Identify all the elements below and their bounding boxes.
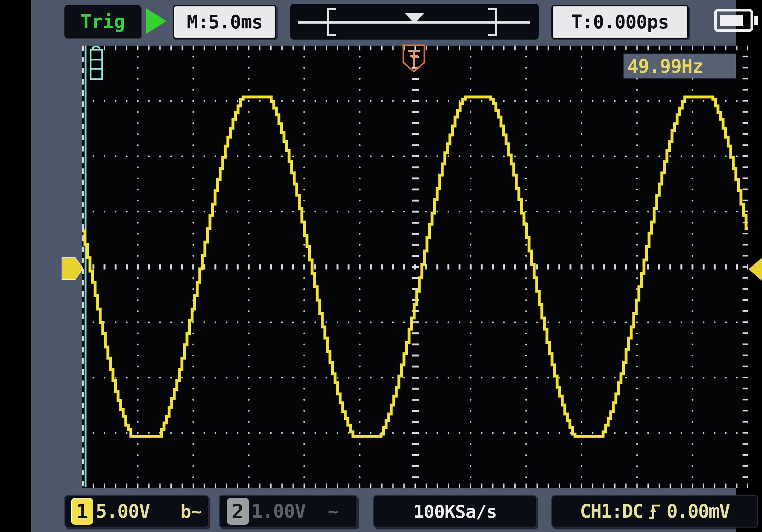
scope-panel: Trig M:5.0ms T:0.000ps [31, 0, 736, 532]
timebase-box[interactable]: M:5.0ms [173, 5, 276, 39]
trigger-position-icon[interactable] [400, 44, 429, 73]
oscilloscope-screen: Trig M:5.0ms T:0.000ps [0, 0, 762, 532]
cyan-battery-icon [88, 45, 105, 82]
trigger-level-value: 0.00mV [667, 500, 730, 522]
play-icon [146, 8, 167, 34]
frequency-value: 49.99Hz [627, 55, 703, 77]
battery-icon [714, 9, 759, 33]
waveform-display [82, 46, 748, 488]
channel2-box[interactable]: 2 1.00V ~ [219, 495, 357, 528]
ch1-level-arrow-icon[interactable] [61, 256, 84, 281]
horizontal-position-slider[interactable] [290, 4, 539, 39]
channel2-coupling: ~ [328, 501, 339, 522]
trigger-status-label: Trig [80, 11, 125, 33]
channel1-badge: 1 [71, 498, 93, 525]
channel2-scale: 1.00V [252, 500, 306, 522]
sample-rate-box: 100KSa/s [373, 495, 537, 528]
channel2-badge: 2 [227, 498, 249, 525]
frequency-readout: 49.99Hz [624, 54, 736, 79]
trigger-status-box[interactable]: Trig [64, 5, 141, 38]
rising-edge-icon [648, 502, 661, 520]
graticule-grid [82, 46, 748, 488]
trigger-time-value: T:0.000ps [571, 11, 668, 33]
trigger-level-arrow-icon[interactable] [748, 256, 762, 283]
trigger-source-coupling: CH1:DC [580, 500, 643, 522]
horizontal-position-indicator [291, 5, 536, 37]
channel1-box[interactable]: 1 5.00V b~ [64, 495, 209, 528]
trigger-info-box[interactable]: CH1:DC 0.00mV [551, 495, 758, 528]
sample-rate-value: 100KSa/s [413, 501, 497, 522]
timebase-value: M:5.0ms [187, 11, 262, 33]
channel1-scale: 5.00V [96, 500, 150, 522]
channel1-coupling: b~ [181, 501, 202, 522]
trigger-time-box[interactable]: T:0.000ps [551, 5, 689, 39]
